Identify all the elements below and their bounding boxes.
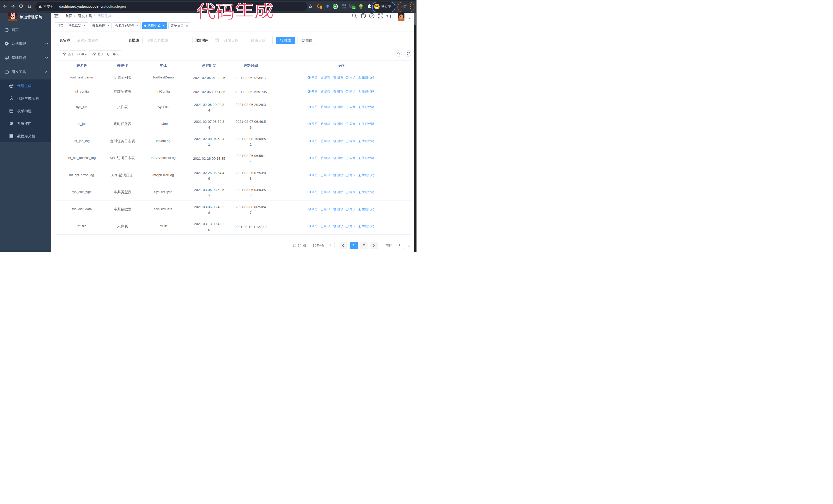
svg-text:T: T	[386, 14, 388, 18]
svg-text:1: 1	[320, 7, 322, 9]
svg-text:T: T	[389, 14, 392, 18]
svg-text:on: on	[352, 7, 355, 9]
svg-text:?: ?	[371, 14, 373, 18]
